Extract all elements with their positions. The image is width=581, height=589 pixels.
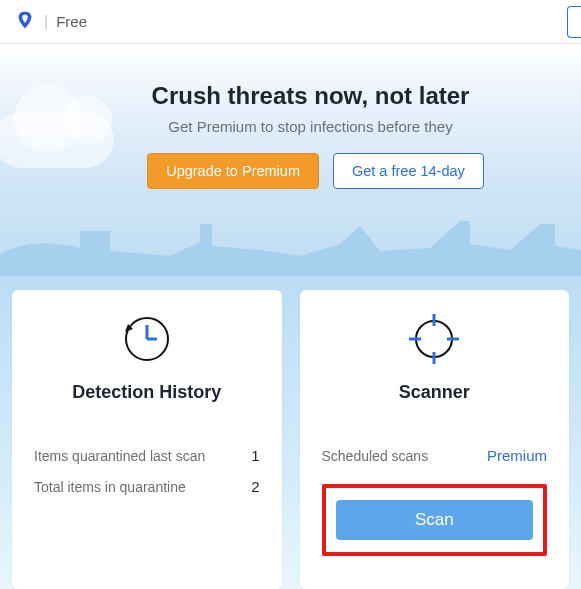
stat-label: Total items in quarantine	[34, 479, 186, 495]
tier-label: Free	[56, 13, 87, 30]
crosshair-icon	[407, 312, 461, 370]
skyline-decoration	[0, 206, 581, 276]
history-clock-icon	[122, 314, 172, 368]
cards-area: Detection History Items quarantined last…	[0, 276, 581, 589]
premium-link[interactable]: Premium	[487, 447, 547, 464]
scanner-card[interactable]: Scanner Scheduled scans Premium Scan	[300, 290, 570, 589]
scanner-title: Scanner	[322, 382, 548, 403]
history-stats: Items quarantined last scan 1 Total item…	[34, 447, 260, 495]
hero-banner: Crush threats now, not later Get Premium…	[0, 44, 581, 276]
detection-history-card[interactable]: Detection History Items quarantined last…	[12, 290, 282, 589]
hero-cta-row: Upgrade to Premium Get a free 14-day	[40, 153, 581, 189]
hero-title: Crush threats now, not later	[40, 82, 581, 110]
stat-value: 1	[251, 447, 259, 464]
hero-subtitle: Get Premium to stop infections before th…	[40, 118, 581, 135]
stat-label: Items quarantined last scan	[34, 448, 205, 464]
stat-row-total-quarantine: Total items in quarantine 2	[34, 478, 260, 495]
hero-content: Crush threats now, not later Get Premium…	[0, 44, 581, 189]
scanner-icon-wrap	[322, 312, 548, 370]
free-trial-button[interactable]: Get a free 14-day	[333, 153, 484, 189]
scan-highlight-box: Scan	[322, 484, 548, 556]
scanner-stats: Scheduled scans Premium	[322, 447, 548, 464]
svg-point-4	[416, 321, 452, 357]
detection-history-title: Detection History	[34, 382, 260, 403]
header-button-fragment[interactable]	[567, 6, 581, 38]
malwarebytes-logo-icon	[14, 9, 36, 35]
stat-row-scheduled-scans: Scheduled scans Premium	[322, 447, 548, 464]
stat-label: Scheduled scans	[322, 448, 429, 464]
stat-row-last-scan: Items quarantined last scan 1	[34, 447, 260, 464]
logo-divider: |	[44, 13, 48, 31]
upgrade-premium-button[interactable]: Upgrade to Premium	[147, 153, 319, 189]
history-icon-wrap	[34, 312, 260, 370]
stat-value: 2	[251, 478, 259, 495]
logo-wrap: | Free	[14, 9, 87, 35]
scan-button[interactable]: Scan	[336, 500, 534, 540]
app-header: | Free	[0, 0, 581, 44]
